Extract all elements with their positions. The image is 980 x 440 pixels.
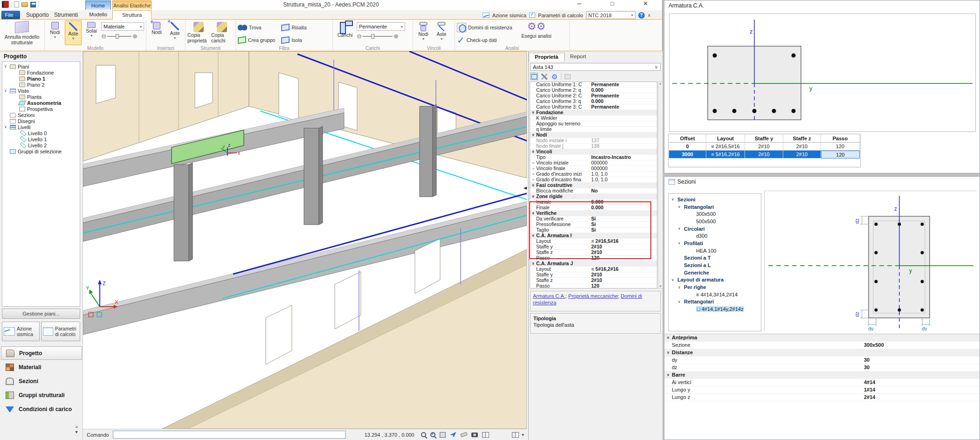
property-row[interactable]: ∨ Zone rigide bbox=[530, 194, 657, 199]
copia-carichi-button[interactable]: Copia carichi bbox=[211, 21, 233, 45]
collapse-ribbon-icon[interactable]: ∧ bbox=[648, 13, 651, 18]
row-expand-icon[interactable]: ∨ bbox=[530, 149, 536, 154]
property-value[interactable]: 138 bbox=[591, 144, 657, 149]
property-value[interactable]: ≡ 2#16,5#16 bbox=[591, 239, 657, 244]
slider-thumb[interactable] bbox=[371, 34, 374, 39]
sezioni-tree-item[interactable]: 300x500 bbox=[669, 210, 761, 218]
property-row[interactable]: Nodo finale j 138 bbox=[530, 144, 657, 149]
tree-expand-icon[interactable]: ∨ bbox=[678, 227, 684, 231]
tree-item[interactable]: Livello 1 bbox=[2, 136, 80, 142]
property-value[interactable]: 000000 bbox=[591, 160, 657, 165]
property-value[interactable]: 120 bbox=[591, 283, 657, 289]
parametri-calcolo-sidebar-button[interactable]: Parametri di calcolo bbox=[41, 322, 80, 341]
sezioni-tree-item[interactable]: ∨ Rettangolari bbox=[669, 298, 761, 306]
property-row[interactable]: dz 30 bbox=[664, 364, 980, 371]
property-value[interactable]: Si bbox=[591, 227, 657, 233]
tree-item[interactable]: Fondazione bbox=[2, 69, 80, 76]
scroll-up-icon[interactable]: ∧ bbox=[659, 82, 662, 86]
property-value[interactable]: 1.0, 1.0 bbox=[591, 172, 657, 177]
sezioni-tree-item[interactable]: ∨ Circolari bbox=[669, 225, 761, 233]
model-canvas[interactable]: y z x Y Z X bbox=[83, 51, 527, 429]
property-row[interactable]: Staffe y 2#10 bbox=[530, 272, 657, 278]
row-expand-icon[interactable]: ∨ bbox=[530, 211, 536, 216]
transparency-slider[interactable]: ⊖⊕ bbox=[101, 33, 144, 40]
sezioni-tree-item[interactable]: ∨ Layout di armatura bbox=[669, 276, 761, 284]
concrete-column[interactable] bbox=[174, 165, 189, 261]
property-value[interactable]: 2#10 bbox=[591, 250, 657, 255]
camera-icon[interactable] bbox=[471, 433, 478, 437]
property-row[interactable]: Carico Uniforme 3: C Permanente bbox=[530, 104, 657, 110]
tree-expand-icon[interactable]: ∨ bbox=[678, 205, 684, 209]
tree-item[interactable]: ∨ Livelli bbox=[2, 124, 80, 130]
tree-item[interactable]: Piano 1 bbox=[2, 76, 80, 82]
property-value[interactable]: 0.000 bbox=[591, 99, 657, 104]
zoom-window-icon[interactable] bbox=[430, 432, 435, 437]
tab-struttura[interactable]: Struttura bbox=[112, 10, 152, 20]
sidebar-nav-item[interactable]: Condizioni di carico bbox=[1, 402, 82, 416]
property-value[interactable]: 4#14 bbox=[864, 379, 980, 386]
tab-modello[interactable]: Modello bbox=[85, 10, 111, 20]
tree-item[interactable]: ∨ Piani bbox=[2, 63, 80, 69]
command-input[interactable] bbox=[113, 431, 346, 439]
property-value[interactable]: 120 bbox=[591, 255, 657, 261]
property-row[interactable]: ∨ Verifiche bbox=[530, 211, 657, 216]
plus-icon[interactable]: ⊕ bbox=[132, 33, 138, 40]
sezioni-tree-item[interactable]: ∨ Sezioni bbox=[669, 196, 761, 203]
property-value[interactable]: No bbox=[591, 188, 657, 193]
gestione-piani-button[interactable]: Gestione piani... bbox=[2, 309, 80, 319]
property-row[interactable]: K Winkler bbox=[530, 116, 657, 121]
property-row[interactable]: ∨ Distanze bbox=[664, 349, 980, 357]
checkup-dati-button[interactable]: ✓Check-up dati bbox=[457, 35, 512, 46]
isola-button[interactable]: Isola bbox=[281, 35, 306, 46]
property-value[interactable]: Permanente bbox=[591, 82, 657, 87]
parametri-calcolo-button[interactable]: Parametri di calcolo bbox=[538, 13, 583, 18]
solai-button[interactable]: Solai▾ bbox=[83, 21, 100, 45]
crea-gruppo-button[interactable]: Crea gruppo bbox=[238, 35, 275, 46]
tree-expand-icon[interactable]: ∨ bbox=[678, 285, 684, 289]
inserisci-aste-button[interactable]: Aste▾ bbox=[166, 21, 183, 45]
copia-proprieta-button[interactable]: Copia proprietà bbox=[187, 21, 210, 45]
armatura-row-selected[interactable]: 3000≡ 5#16,2#162#102#10120 bbox=[669, 151, 860, 158]
sezioni-tree-item[interactable]: □ 4#14,1#14y,2#14z bbox=[669, 305, 761, 313]
property-value[interactable]: 2#10 bbox=[591, 278, 657, 283]
tree-item[interactable]: Gruppi di selezione bbox=[2, 148, 80, 154]
split-view-icon[interactable] bbox=[482, 432, 489, 438]
tools-button[interactable] bbox=[540, 73, 548, 80]
new-file-icon[interactable] bbox=[14, 1, 19, 7]
selected-element-dropdown[interactable]: Asta 143∨ bbox=[530, 63, 661, 71]
pane-layout-icon[interactable] bbox=[512, 432, 519, 438]
scroll-down-icon[interactable]: ∨ bbox=[659, 284, 662, 288]
tree-item[interactable]: Livello 2 bbox=[2, 142, 80, 148]
settings-button[interactable]: ⚙ bbox=[551, 73, 559, 80]
sezioni-tree-item[interactable]: ∨ Profilati bbox=[669, 240, 761, 247]
sezioni-tree-item[interactable]: Generiche bbox=[669, 269, 761, 276]
statusbar-chevron-icon[interactable]: ▾ bbox=[522, 432, 524, 437]
property-value[interactable]: Permanente bbox=[591, 104, 657, 110]
row-expand-icon[interactable]: ∨ bbox=[530, 110, 536, 115]
vincoli-nodi-button[interactable]: Nodi ▾ bbox=[415, 21, 432, 45]
sezioni-tree-item[interactable]: 500x500 bbox=[669, 218, 761, 225]
menu-strumenti[interactable]: Strumenti bbox=[54, 12, 78, 18]
property-value[interactable]: 137 bbox=[591, 138, 657, 143]
property-row[interactable]: > Grado d'incastro inizi 1.0, 1.0 bbox=[530, 172, 657, 177]
property-row[interactable]: Staffe y 2#10 bbox=[530, 244, 657, 250]
property-row[interactable]: Lungo y 1#14 bbox=[664, 386, 980, 394]
minus-icon[interactable]: ⊖ bbox=[357, 33, 362, 40]
property-value[interactable]: 0.000 bbox=[591, 199, 657, 205]
nodi-button[interactable]: Nodi▾ bbox=[47, 21, 63, 45]
property-row[interactable]: Passo 120 bbox=[530, 255, 657, 261]
property-row[interactable]: Carico Uniforme 2: q 0.000 bbox=[530, 88, 657, 93]
tab-report[interactable]: Report bbox=[565, 53, 592, 62]
sezioni-tree-item[interactable]: ∨ Rettangolari bbox=[669, 203, 761, 211]
materiale-select[interactable]: Materiale▾ bbox=[101, 22, 144, 31]
tree-item[interactable]: ∨ Viste bbox=[2, 88, 80, 94]
load-slider[interactable]: ⊖⊕ bbox=[357, 33, 405, 40]
inserisci-nodi-button[interactable]: Nodi bbox=[148, 21, 165, 45]
property-row[interactable]: Carico Uniforme 3: q 0.000 bbox=[530, 99, 657, 104]
aste-button-selected[interactable]: Aste▾ bbox=[65, 21, 82, 45]
sezioni-tree-item[interactable]: ≡ 4#14,3#14,2#14 bbox=[669, 291, 761, 298]
maximize-button[interactable]: □ bbox=[610, 0, 614, 7]
3d-viewport[interactable]: y z x Y Z X ◀ bbox=[83, 51, 527, 429]
property-row[interactable]: ∨ Nodi bbox=[530, 132, 657, 138]
row-expand-icon[interactable]: ∨ bbox=[530, 132, 536, 138]
